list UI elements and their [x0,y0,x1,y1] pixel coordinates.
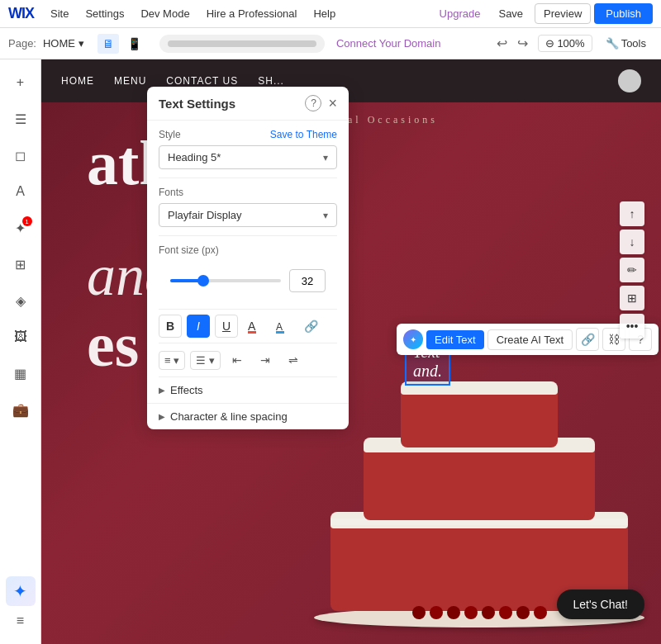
font-size-label: Font size (px) [159,244,219,256]
redo-button[interactable]: ↪ [514,34,531,53]
more-options-button[interactable]: ••• [620,314,644,339]
style-dropdown[interactable]: Heading 5* ▾ [159,145,337,169]
menu-dev-mode[interactable]: Dev Mode [134,4,196,23]
link-button[interactable]: 🔗 [299,315,322,338]
site-header: HOME MENU CONTACT US SH... [41,59,661,102]
sidebar-ai[interactable]: ✦ 1 [6,213,36,243]
site-nav-avatar [618,69,641,92]
left-sidebar: + ☰ ◻ A ✦ 1 ⊞ ◈ 🖼 ▦ 💼 ✦ ≡ [0,59,41,644]
domain-bar [159,35,325,53]
undo-button[interactable]: ↩ [493,34,511,53]
sidebar-add-element[interactable]: + [6,68,36,97]
sidebar-sparkle[interactable]: ✦ [6,576,36,606]
svg-text:A: A [248,320,256,333]
bold-button[interactable]: B [159,315,182,338]
link-toolbar-icon[interactable]: 🔗 [576,328,599,351]
chat-button[interactable]: Let's Chat! [557,590,645,619]
text-direction-button[interactable]: ⇌ [282,348,305,372]
page-label: Page: [8,37,36,50]
site-nav-home[interactable]: HOME [61,75,94,87]
site-nav-contact[interactable]: CONTACT US [166,75,238,87]
site-nav-more[interactable]: SH... [258,75,284,87]
device-switcher: 🖥 📱 [97,34,146,54]
menu-settings[interactable]: Settings [78,4,131,23]
text-highlight-button[interactable]: A [271,315,294,338]
outdent-button[interactable]: ⇤ [226,348,249,372]
move-down-button[interactable]: ↓ [620,230,644,254]
svg-rect-3 [276,331,284,334]
underline-button[interactable]: U [215,315,238,338]
format-row: B I U A A 🔗 [147,310,349,343]
site-nav-menu[interactable]: MENU [114,75,146,87]
save-to-theme-link[interactable]: Save to Theme [270,129,337,140]
mobile-view-button[interactable]: 📱 [122,34,146,54]
indent-button[interactable]: ⇥ [254,348,277,372]
move-up-button[interactable]: ↑ [620,201,644,226]
effects-row[interactable]: ▶ Effects [147,377,349,403]
sidebar-media[interactable]: ◈ [6,286,36,315]
modal-title: Text Settings [159,97,305,111]
font-size-section: Font size (px) 32 [147,236,349,309]
font-size-row: 32 [159,261,337,301]
modal-header: Text Settings ? × [147,87,349,121]
menu-site[interactable]: Site [44,4,75,23]
edit-text-button[interactable]: Edit Text [426,330,484,349]
effects-chevron-icon: ▶ [159,386,165,395]
sidebar-layers[interactable]: ≡ [6,606,36,636]
sidebar-apps[interactable]: ⊞ [6,249,36,279]
menu-hire[interactable]: Hire a Professional [200,4,304,23]
bottom-right-tools: ↑ ↓ ✏ ⊞ ••• [620,201,644,339]
sidebar-pages[interactable]: ☰ [6,104,36,134]
ai-icon[interactable]: ✦ [403,329,423,349]
wix-logo: WIX [8,5,34,22]
effects-label: Effects [170,384,203,396]
align-left-button[interactable]: ≡ ▾ [159,351,185,370]
sidebar-images[interactable]: 🖼 [6,322,36,352]
fonts-dropdown[interactable]: Playfair Display ▾ [159,203,337,227]
fonts-value: Playfair Display [168,209,242,221]
zoom-control[interactable]: ⊖ 100% [538,35,592,52]
fonts-label: Fonts [159,187,183,198]
sidebar-design[interactable]: ◻ [6,140,36,170]
text-color-button[interactable]: A [243,315,266,338]
char-spacing-label: Character & line spacing [170,410,288,423]
style-chevron-icon: ▾ [323,152,328,163]
fonts-chevron-icon: ▾ [323,210,328,221]
grid-button[interactable]: ⊞ [620,286,644,310]
text-settings-modal: Text Settings ? × Style Save to Theme He… [147,87,349,429]
font-size-input[interactable]: 32 [289,269,326,292]
sidebar-store[interactable]: 💼 [6,395,36,424]
char-spacing-chevron-icon: ▶ [159,412,165,421]
canvas: HOME MENU CONTACT US SH... [41,59,661,644]
char-spacing-row[interactable]: ▶ Character & line spacing [147,403,349,429]
hero-section: and Cards for Special Occasions athy's a… [41,102,661,644]
align-row: ≡ ▾ ☰ ▾ ⇤ ⇥ ⇌ [147,343,349,376]
connect-domain-link[interactable]: Connect Your Domain [336,37,440,50]
svg-text:A: A [276,321,283,333]
edit-button[interactable]: ✏ [620,258,644,282]
second-bar: Page: HOME ▾ 🖥 📱 Connect Your Domain ↩ ↪… [0,28,661,59]
style-section: Style Save to Theme Heading 5* ▾ [147,121,349,178]
style-value: Heading 5* [168,151,221,163]
publish-button[interactable]: Publish [594,3,653,24]
font-size-slider[interactable] [170,272,281,289]
desktop-view-button[interactable]: 🖥 [97,34,119,54]
sidebar-text[interactable]: A [6,177,36,206]
sidebar-sections[interactable]: ▦ [6,358,36,388]
style-label: Style [159,129,181,140]
italic-button[interactable]: I [187,315,210,338]
top-menu-bar: WIX Site Settings Dev Mode Hire a Profes… [0,0,661,28]
upgrade-button[interactable]: Upgrade [433,4,487,23]
menu-help[interactable]: Help [307,4,342,23]
ai-badge: 1 [22,216,32,226]
modal-close-button[interactable]: × [328,96,337,111]
tools-button[interactable]: 🔧 Tools [599,34,653,53]
create-ai-text-button[interactable]: Create AI Text [487,329,573,350]
page-selector[interactable]: HOME ▾ [43,37,84,50]
modal-help-button[interactable]: ? [305,95,321,111]
list-button[interactable]: ☰ ▾ [190,351,221,370]
undo-redo-controls: ↩ ↪ [493,34,531,53]
preview-button[interactable]: Preview [535,3,591,24]
save-button[interactable]: Save [490,4,531,23]
svg-rect-1 [248,331,256,334]
